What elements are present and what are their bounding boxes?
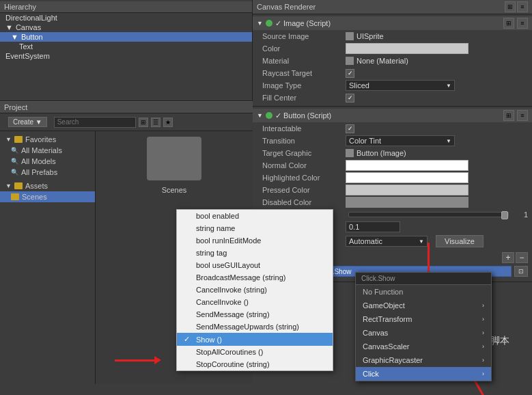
visualize-button[interactable]: Visualize [436, 235, 484, 247]
normal-color-box[interactable] [346, 160, 468, 171]
target-graphic-label: Target Graphic [257, 149, 346, 157]
hierarchy-text[interactable]: Text [0, 42, 252, 51]
tree-all-models[interactable]: 🔍 All Models [0, 156, 95, 167]
hierarchy-button[interactable]: ▼ Button [0, 32, 252, 42]
image-type-dropdown[interactable]: Sliced ▼ [346, 80, 455, 91]
project-search-input[interactable] [54, 117, 136, 128]
tree-assets[interactable]: ▼ Assets [0, 180, 95, 191]
transition-label: Transition [257, 137, 346, 145]
raycast-row: Raycast Target [253, 67, 532, 79]
context-sendmessageupwards[interactable]: SendMessageUpwards (string) [177, 321, 333, 333]
context-broadcast[interactable]: BroadcastMessage (string) [177, 271, 333, 284]
material-icon [346, 57, 354, 65]
color-box[interactable] [346, 43, 468, 54]
context-item-label: BroadcastMessage (string) [196, 273, 285, 282]
plus-button[interactable]: + [502, 252, 514, 263]
inspector-icon2[interactable]: ≡ [517, 1, 528, 12]
pressed-color-box[interactable] [346, 185, 468, 195]
disabled-color-box[interactable] [346, 197, 468, 208]
color-slider[interactable] [348, 212, 509, 217]
hierarchy-canvas[interactable]: ▼ Canvas [0, 23, 252, 32]
source-image-icon [346, 32, 354, 40]
dropdown-recttransform[interactable]: RectTransform › [356, 312, 491, 326]
hierarchy-item-label: EventSystem [5, 52, 50, 60]
scenes-folder-icon[interactable] [147, 137, 201, 180]
folder-icon-scenes [11, 193, 19, 200]
material-label: Material [257, 57, 346, 65]
dropdown-click[interactable]: Click › [356, 367, 491, 381]
tree-favorites[interactable]: ▼ Favorites [0, 134, 95, 145]
click-label: Click [363, 370, 379, 378]
dropdown-no-function[interactable]: No Function [356, 285, 491, 299]
fade-duration-input[interactable]: 0.1 [346, 221, 400, 232]
disabled-color-value[interactable] [346, 197, 528, 208]
context-cancelinvoke[interactable]: CancelInvoke () [177, 296, 333, 308]
context-bool-runinEditMode[interactable]: bool runInEditMode [177, 234, 333, 247]
transition-dropdown[interactable]: Color Tint ▼ [346, 135, 455, 146]
onclick-object-btn[interactable]: ⊡ [514, 266, 528, 277]
project-icon-btn1[interactable]: ⊞ [139, 118, 148, 127]
interactable-checkbox[interactable] [346, 124, 354, 133]
context-menu[interactable]: bool enabled string name bool runInEditM… [176, 209, 333, 371]
raycast-checkbox[interactable] [346, 69, 354, 78]
target-graphic-row: Target Graphic Button (Image) [253, 147, 532, 159]
hierarchy-title: Hierarchy [4, 3, 36, 11]
plus-minus-buttons: + − [502, 252, 528, 263]
context-show[interactable]: ✓ Show () [177, 333, 333, 346]
context-stopallcoroutines[interactable]: StopAllCoroutines () [177, 346, 333, 358]
dropdown-gameobject[interactable]: GameObject › [356, 299, 491, 312]
pressed-color-value[interactable] [346, 185, 528, 195]
raycast-value [346, 68, 528, 78]
dropdown-graphicraycaster[interactable]: GraphicRaycaster › [356, 353, 491, 367]
button-script-menu-btn[interactable]: ⊞ [503, 110, 514, 121]
canvas-label: Canvas [363, 329, 388, 337]
context-string-tag[interactable]: string tag [177, 247, 333, 259]
dropdown-menu[interactable]: Click.Show No Function GameObject › Rect… [355, 272, 492, 381]
context-bool-enabled[interactable]: bool enabled [177, 210, 333, 222]
hierarchy-item-label: DirectionalLight [5, 14, 57, 22]
dropdown-canvas[interactable]: Canvas › [356, 326, 491, 340]
chinese-annotation: 脚本 [490, 335, 509, 347]
image-script-menu-btn[interactable]: ⊞ [503, 18, 514, 29]
color-value[interactable] [346, 43, 528, 54]
navigation-dropdown[interactable]: Automatic ▼ [346, 236, 428, 247]
highlighted-color-box[interactable] [346, 172, 468, 183]
project-icon-star[interactable]: ★ [163, 118, 173, 127]
dropdown-canvasscaler[interactable]: CanvasScaler › [356, 340, 491, 353]
pressed-color-label: Pressed Color [257, 186, 346, 194]
transition-row: Transition Color Tint ▼ [253, 135, 532, 147]
create-button[interactable]: Create ▼ [8, 117, 47, 127]
minus-button[interactable]: − [516, 252, 528, 263]
context-stopcoroutine[interactable]: StopCoroutine (string) [177, 358, 333, 370]
context-bool-useGUILayout[interactable]: bool useGUILayout [177, 259, 333, 271]
arrow-shaft [115, 359, 156, 362]
canvasscaler-arrow: › [482, 343, 484, 350]
context-sendmessage[interactable]: SendMessage (string) [177, 308, 333, 321]
button-script-settings-btn[interactable]: ≡ [517, 110, 528, 121]
disabled-color-row: Disabled Color [253, 196, 532, 208]
color-label: Color [257, 44, 346, 53]
inspector-header: Canvas Renderer ⊞ ≡ [253, 0, 532, 14]
hierarchy-eventsystem[interactable]: EventSystem [0, 51, 252, 61]
normal-color-value[interactable] [346, 160, 528, 171]
no-function-label: No Function [363, 288, 403, 296]
project-icon-btn2[interactable]: ☰ [151, 118, 160, 127]
fill-center-checkbox[interactable] [346, 94, 354, 103]
highlighted-color-row: Highlighted Color [253, 172, 532, 184]
image-triangle: ▼ [257, 20, 263, 27]
inspector-icon1[interactable]: ⊞ [505, 1, 516, 12]
image-script-settings-btn[interactable]: ≡ [517, 18, 528, 29]
hierarchy-item-label: Canvas [16, 23, 41, 31]
assets-triangle: ▼ [5, 182, 12, 189]
slider-thumb[interactable] [501, 211, 508, 219]
context-string-name[interactable]: string name [177, 222, 333, 234]
context-cancelinvoke-str[interactable]: CancelInvoke (string) [177, 284, 333, 296]
hierarchy-directional-light[interactable]: DirectionalLight [0, 13, 252, 23]
tree-all-prefabs[interactable]: 🔍 All Prefabs [0, 167, 95, 178]
highlighted-color-value[interactable] [346, 172, 528, 183]
tree-all-materials[interactable]: 🔍 All Materials [0, 145, 95, 156]
fill-center-row: Fill Center [253, 92, 532, 104]
image-type-label: Image Type [257, 81, 346, 90]
project-title: Project [4, 103, 27, 111]
tree-scenes[interactable]: Scenes [0, 191, 95, 202]
